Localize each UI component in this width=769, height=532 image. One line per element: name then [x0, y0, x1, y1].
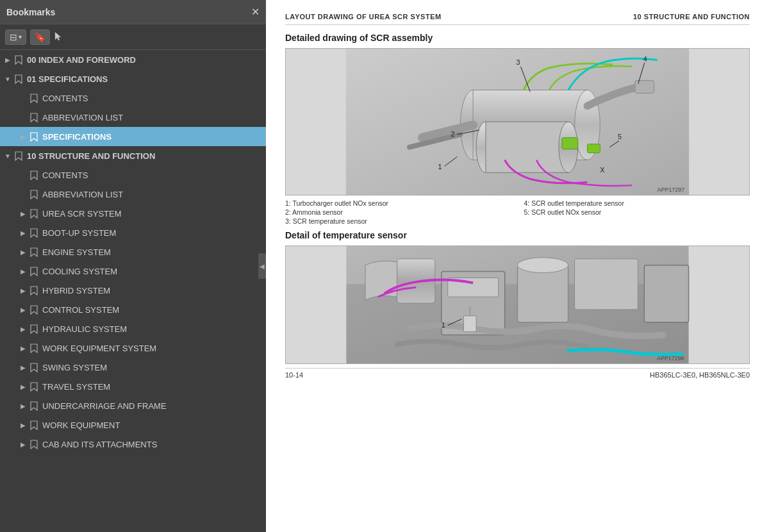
tree-item-label: TRAVEL SYSTEM [42, 382, 110, 392]
tree-item-10-undercarriage[interactable]: UNDERCARRIAGE AND FRAME [0, 396, 266, 415]
pdf-footer: 10-14 HB365LC-3E0, HB365NLC-3E0 [285, 368, 750, 379]
expand-arrow-icon[interactable] [18, 420, 28, 430]
list-icon: ⊟ [10, 32, 17, 42]
expand-arrow-icon[interactable] [18, 343, 28, 353]
tree-item-label: CONTENTS [42, 170, 88, 180]
bookmark-icon [29, 304, 38, 315]
pdf-page: LAYOUT DRAWING OF UREA SCR SYSTEM 10 STR… [266, 0, 769, 532]
tree-item-00-index[interactable]: 00 INDEX AND FOREWORD [0, 50, 266, 69]
tree-item-01-specs[interactable]: 01 SPECIFICATIONS [0, 69, 266, 88]
svg-text:APP17298: APP17298 [657, 355, 684, 362]
tree-item-label: SPECIFICATIONS [42, 132, 112, 142]
tree-item-10-bootup[interactable]: BOOT-UP SYSTEM [0, 223, 266, 242]
bookmark-icon [29, 112, 38, 122]
tree-item-10-contents[interactable]: CONTENTS [0, 165, 266, 185]
expand-arrow-icon[interactable] [18, 285, 28, 295]
bookmark-button[interactable]: 🔖 [30, 29, 50, 45]
expand-arrow-icon[interactable] [18, 362, 28, 372]
svg-text:1: 1 [442, 321, 445, 329]
expand-arrow-icon[interactable] [3, 54, 13, 65]
diagram1-container: 1 2 3 4 5 X APP17297 [285, 48, 750, 195]
tree-item-10-structure[interactable]: 10 STRUCTURE AND FUNCTION [0, 146, 266, 165]
expand-arrow-icon[interactable] [18, 324, 28, 334]
tree-item-label: BOOT-UP SYSTEM [42, 228, 116, 238]
diagram2-svg: 1 APP17298 [286, 246, 749, 363]
expand-arrow-icon[interactable] [3, 151, 13, 161]
bookmark-icon [29, 247, 38, 257]
bookmark-icon [29, 324, 38, 334]
bookmark-icon [29, 285, 38, 295]
tree-item-label: CONTROL SYSTEM [42, 305, 119, 315]
expand-arrow-icon[interactable] [18, 304, 28, 315]
tree-item-10-cab[interactable]: CAB AND ITS ATTACHMENTS [0, 435, 266, 454]
chevron-down-icon: ▾ [19, 33, 22, 40]
bookmark-icon [14, 74, 23, 84]
tree-item-10-hybrid[interactable]: HYBRID SYSTEM [0, 281, 266, 300]
bookmark-icon [29, 439, 38, 449]
bookmark-icon [29, 131, 38, 142]
svg-rect-27 [518, 265, 568, 322]
tree-item-10-abbrev[interactable]: ABBREVIATION LIST [0, 185, 266, 204]
bookmark-icon [29, 189, 38, 199]
bookmarks-header: Bookmarks ✕ [0, 0, 266, 24]
svg-rect-7 [635, 81, 654, 94]
expand-arrow-icon[interactable] [18, 208, 28, 219]
tree-item-label: CAB AND ITS ATTACHMENTS [42, 440, 157, 449]
tree-item-label: ABBREVIATION LIST [42, 190, 123, 199]
svg-point-28 [518, 258, 568, 273]
expand-arrow-icon[interactable] [18, 266, 28, 276]
svg-rect-30 [644, 265, 688, 322]
svg-rect-31 [463, 316, 476, 332]
bookmarks-title: Bookmarks [6, 7, 55, 17]
collapse-handle[interactable]: ◀ [258, 253, 266, 279]
tree-item-10-cooling[interactable]: COOLING SYSTEM [0, 262, 266, 281]
expand-arrow-icon[interactable] [18, 439, 28, 449]
svg-rect-8 [562, 138, 578, 149]
bookmark-icon [29, 93, 38, 103]
tree-item-10-engine[interactable]: ENGINE SYSTEM [0, 242, 266, 262]
expand-arrow-icon[interactable] [18, 228, 28, 238]
bookmark-icon [14, 54, 23, 65]
tree-item-10-work-equip[interactable]: WORK EQUIPMENT SYSTEM [0, 338, 266, 358]
expand-arrow-icon[interactable] [18, 381, 28, 392]
close-button[interactable]: ✕ [251, 7, 260, 17]
bookmarks-toolbar: ⊟ ▾ 🔖 [0, 24, 266, 50]
expand-arrow-icon[interactable] [3, 74, 13, 84]
tree-item-10-swing[interactable]: SWING SYSTEM [0, 358, 266, 377]
tree-item-label: HYDRAULIC SYSTEM [42, 324, 127, 334]
tree-item-10-hydraulic[interactable]: HYDRAULIC SYSTEM [0, 319, 266, 338]
bookmark-icon [29, 401, 38, 411]
tree-item-10-control[interactable]: CONTROL SYSTEM [0, 300, 266, 319]
tree-item-label: ENGINE SYSTEM [42, 247, 111, 257]
caption-area: 1: Turbocharger outlet NOx sensor 2: Amm… [285, 199, 750, 226]
caption-2: 2: Ammonia sensor [285, 208, 511, 216]
bookmark-icon [29, 362, 38, 372]
svg-text:4: 4 [643, 55, 647, 63]
bookmark-icon [29, 381, 38, 392]
tree-item-label: UREA SCR SYSTEM [42, 209, 122, 219]
caption-3: 3: SCR temperature sensor [285, 217, 511, 225]
expand-all-button[interactable]: ⊟ ▾ [5, 29, 26, 45]
bookmark-icon [29, 343, 38, 353]
expand-arrow-icon[interactable] [18, 401, 28, 411]
pdf-footer-left: 10-14 [285, 371, 303, 379]
tree-item-10-urea[interactable]: UREA SCR SYSTEM [0, 204, 266, 223]
tree-item-01-abbrev[interactable]: ABBREVIATION LIST [0, 108, 266, 127]
bookmark-icon [29, 228, 38, 238]
svg-text:5: 5 [618, 133, 622, 140]
tree-item-10-travel[interactable]: TRAVEL SYSTEM [0, 377, 266, 396]
tree-item-01-contents[interactable]: CONTENTS [0, 88, 266, 108]
expand-arrow-icon[interactable] [18, 247, 28, 257]
pdf-header: LAYOUT DRAWING OF UREA SCR SYSTEM 10 STR… [285, 13, 750, 25]
svg-text:X: X [600, 166, 605, 174]
bookmark-icon: 🔖 [35, 32, 45, 42]
bookmark-icon [29, 420, 38, 430]
tree-item-10-work-equip2[interactable]: WORK EQUIPMENT [0, 415, 266, 435]
svg-rect-9 [588, 144, 600, 153]
expand-arrow-icon[interactable] [18, 131, 28, 142]
cursor-area [54, 31, 67, 44]
tree-item-01-specifications[interactable]: SPECIFICATIONS [0, 127, 266, 146]
svg-rect-5 [486, 122, 568, 172]
svg-text:2: 2 [451, 130, 454, 138]
svg-text:APP17297: APP17297 [657, 187, 685, 193]
